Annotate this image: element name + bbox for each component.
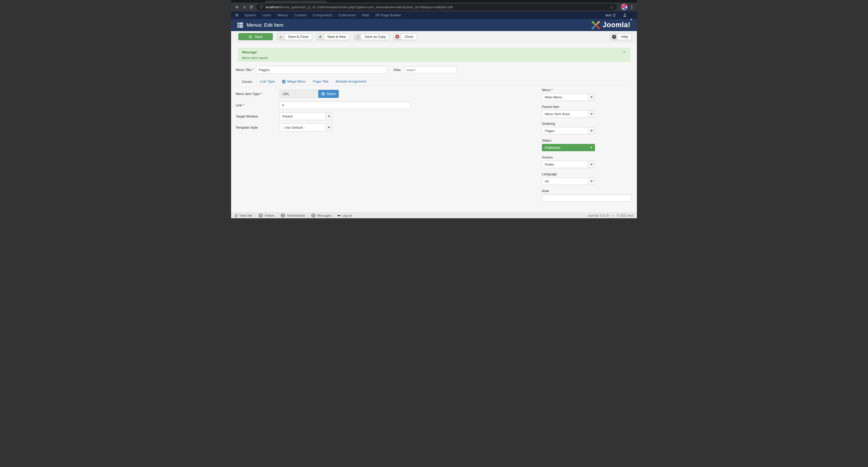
ordering-select[interactable]: Pages xyxy=(542,127,595,134)
chevron-down-icon xyxy=(588,178,595,185)
th-list-icon xyxy=(321,92,324,95)
browser-profile-avatar[interactable] xyxy=(621,4,627,10)
menubar-item-menus[interactable]: Menus xyxy=(274,11,291,19)
access-select[interactable]: Public xyxy=(542,161,595,168)
parent-item-group: Parent Item Menu Item Root xyxy=(542,105,632,118)
menu-item-type-label: Menu Item Type * xyxy=(236,90,279,98)
note-input[interactable] xyxy=(542,194,631,201)
bookmark-star-icon[interactable]: ☆ xyxy=(607,5,613,9)
logout-icon xyxy=(338,215,340,216)
parent-item-select[interactable]: Menu Item Root xyxy=(542,110,595,118)
messages-badge: 0 xyxy=(311,214,316,217)
menu-label: Menu * xyxy=(542,88,632,92)
alias-label: Alias xyxy=(393,68,401,72)
title-row: Menu Title * Alias xyxy=(236,66,457,74)
help-button[interactable]: ? Help xyxy=(610,33,632,40)
chevron-down-icon xyxy=(588,94,595,100)
edit-icon xyxy=(249,35,252,38)
visitors-badge: 0 xyxy=(258,214,263,217)
browser-window: ⓘ localhost/themis_quickstart_j3_v1.2/ad… xyxy=(231,0,637,218)
check-icon xyxy=(277,34,285,40)
parent-item-label: Parent Item xyxy=(542,105,632,109)
link-row: Link * xyxy=(236,101,411,109)
language-label: Language xyxy=(542,172,632,176)
browser-menu-icon[interactable] xyxy=(629,5,634,9)
menubar-item-components[interactable]: Components xyxy=(310,11,336,19)
footer-version: Joomla! 3.9.15 — © 2021 test xyxy=(587,214,633,217)
menu-item-type-value: URL xyxy=(279,90,318,98)
template-style-select[interactable]: - Use Default - xyxy=(279,123,332,131)
menubar-item-help[interactable]: Help xyxy=(359,11,372,19)
template-style-label: Template Style xyxy=(236,123,279,131)
browser-active-tab[interactable] xyxy=(265,1,328,3)
tab-mega-menu[interactable]: Mega Menu xyxy=(278,77,309,86)
chevron-down-icon xyxy=(588,127,595,134)
menubar-item-users[interactable]: Users xyxy=(259,11,274,19)
ordering-label: Ordering xyxy=(542,122,632,126)
url-bar[interactable]: ⓘ localhost/themis_quickstart_j3_v1.2/ad… xyxy=(256,4,617,10)
chevron-down-icon xyxy=(629,14,631,16)
save-as-copy-button[interactable]: Save as Copy xyxy=(354,33,389,40)
messages-link[interactable]: 0 Messages xyxy=(308,214,334,217)
menubar-item-system[interactable]: System xyxy=(241,11,259,19)
person-icon xyxy=(623,13,627,17)
reload-button[interactable] xyxy=(248,4,255,11)
view-site-user-link[interactable]: test xyxy=(603,13,618,17)
forward-button[interactable] xyxy=(241,4,248,11)
chevron-down-icon xyxy=(588,111,595,117)
menu-item-type-row: Menu Item Type * URL Select xyxy=(236,90,411,98)
link-label: Link * xyxy=(236,101,279,109)
joomla-glyph-icon xyxy=(234,13,241,17)
chevron-down-icon xyxy=(325,113,332,120)
tab-details[interactable]: Details xyxy=(238,77,256,86)
select-type-button[interactable]: Select xyxy=(318,90,339,98)
page-info-icon[interactable]: ⓘ xyxy=(259,5,263,9)
save-close-button[interactable]: Save & Close xyxy=(277,33,312,40)
view-site-link[interactable]: View Site xyxy=(235,214,255,217)
toolbar: Save Save & Close Save & New Save as Cop… xyxy=(231,31,637,42)
menu-title-label: Menu Title * xyxy=(236,68,256,72)
link-input[interactable] xyxy=(279,101,411,109)
visitors-link[interactable]: 0 Visitors xyxy=(255,214,277,217)
plus-icon xyxy=(317,34,324,40)
back-button[interactable] xyxy=(234,4,241,11)
browser-tab-strip xyxy=(231,0,637,3)
close-circle-icon xyxy=(394,34,401,40)
tab-bar: Details Link Type Mega Menu Page Title M… xyxy=(238,77,630,86)
menubar-item-content[interactable]: Content xyxy=(291,11,310,19)
administrator-link[interactable]: 1 Administrator xyxy=(278,214,308,217)
question-icon: ? xyxy=(611,34,618,40)
status-label: Status xyxy=(542,138,632,143)
joomla-brand: Joomla!® xyxy=(591,21,632,30)
administrator-badge: 1 xyxy=(281,214,285,217)
target-window-select[interactable]: Parent xyxy=(279,112,332,120)
tab-module-assignment[interactable]: Module Assignment xyxy=(332,77,370,86)
save-new-button[interactable]: Save & New xyxy=(316,33,350,40)
admin-menubar: System Users Menus Content Components Ex… xyxy=(231,11,637,19)
tab-page-title[interactable]: Page Title xyxy=(309,77,332,86)
menu-group: Menu * Main Menu xyxy=(542,88,632,101)
th-list-icon xyxy=(237,23,243,28)
menu-title-input[interactable] xyxy=(256,66,388,74)
alias-input[interactable] xyxy=(404,66,457,73)
page-title: Menus: Edit Item xyxy=(247,22,284,28)
message-close-icon[interactable]: × xyxy=(623,50,626,55)
save-button[interactable]: Save xyxy=(238,33,273,40)
target-window-label: Target Window xyxy=(236,112,279,120)
menu-select[interactable]: Main Menu xyxy=(542,93,595,101)
close-button[interactable]: Close xyxy=(394,33,417,40)
status-select[interactable]: Published xyxy=(542,144,595,151)
language-select[interactable]: All xyxy=(542,178,595,185)
message-title: Message xyxy=(242,50,626,54)
chevron-down-icon xyxy=(588,144,595,151)
ordering-group: Ordering Pages xyxy=(542,122,632,134)
logout-link[interactable]: Log out xyxy=(335,214,355,217)
joomla-wordmark: Joomla!® xyxy=(603,21,632,29)
copy-icon xyxy=(354,34,361,40)
target-window-row: Target Window Parent xyxy=(236,112,411,120)
tab-link-type[interactable]: Link Type xyxy=(256,77,278,86)
menubar-item-extensions[interactable]: Extensions xyxy=(336,11,359,19)
user-menu[interactable] xyxy=(618,13,634,17)
access-label: Access xyxy=(542,155,632,159)
menubar-item-sp-page-builder[interactable]: SP Page Builder xyxy=(372,11,404,19)
